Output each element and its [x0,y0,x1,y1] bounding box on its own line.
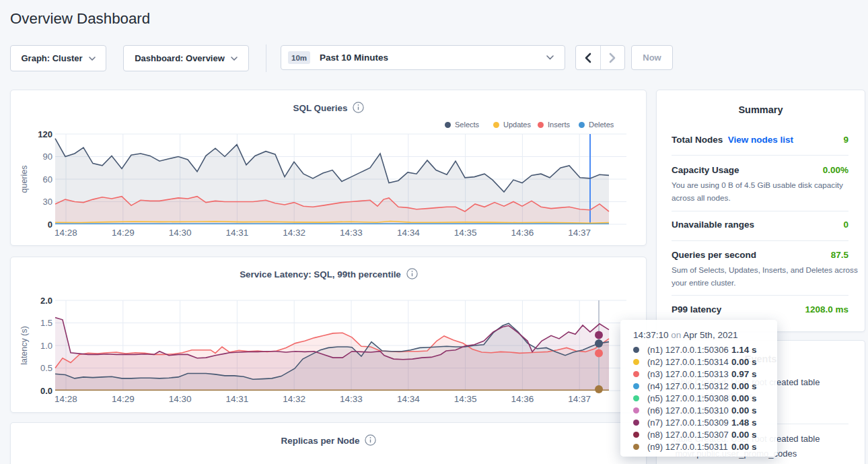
svg-text:14:33: 14:33 [340,394,363,404]
svg-text:14:37: 14:37 [568,394,591,404]
svg-text:0.5: 0.5 [40,363,52,373]
svg-text:14:31: 14:31 [226,228,249,238]
svg-text:14:31: 14:31 [226,394,249,404]
svg-text:14:29: 14:29 [112,394,135,404]
svg-text:14:28: 14:28 [55,394,77,404]
svg-text:1.5: 1.5 [40,318,52,328]
svg-text:14:33: 14:33 [340,228,363,238]
svg-text:14:35: 14:35 [454,228,477,238]
svg-text:14:36: 14:36 [511,228,534,238]
svg-text:2.0: 2.0 [40,296,52,306]
svg-text:14:30: 14:30 [169,394,192,404]
svg-text:0: 0 [48,220,52,230]
svg-text:14:34: 14:34 [397,228,420,238]
svg-text:90: 90 [43,152,52,162]
svg-text:14:30: 14:30 [169,228,192,238]
svg-text:0.0: 0.0 [40,386,52,396]
svg-text:14:32: 14:32 [283,228,305,238]
svg-text:14:29: 14:29 [112,228,135,238]
svg-text:60: 60 [43,174,52,185]
svg-text:30: 30 [43,197,52,207]
svg-text:latency (s): latency (s) [20,326,29,365]
svg-text:14:35: 14:35 [454,394,477,404]
svg-text:14:37: 14:37 [568,228,591,238]
svg-text:14:32: 14:32 [283,394,305,404]
svg-text:1.0: 1.0 [40,341,52,351]
svg-text:queries: queries [20,166,29,193]
svg-text:14:34: 14:34 [397,394,420,404]
svg-text:14:28: 14:28 [55,228,77,238]
svg-text:120: 120 [38,129,52,139]
svg-text:14:36: 14:36 [511,394,534,404]
